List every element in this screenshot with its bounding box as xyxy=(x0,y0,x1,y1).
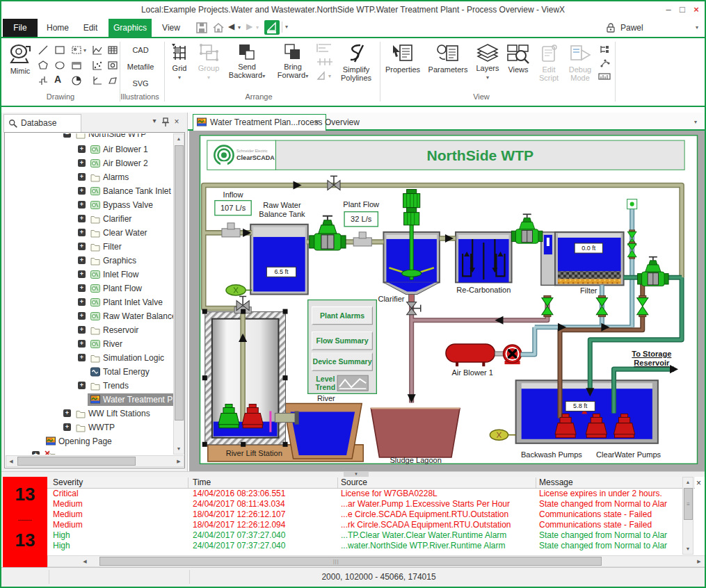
collapse-icon[interactable]: – xyxy=(63,133,71,138)
tree-item[interactable]: +River xyxy=(6,338,173,350)
back-caret-icon[interactable]: ▾ xyxy=(238,24,241,31)
scroll-left-icon[interactable]: ◀ xyxy=(80,557,90,566)
alarm-row[interactable]: High24/04/2017 07:37:27.040...water.Nort… xyxy=(47,541,695,551)
connections-icon[interactable] xyxy=(600,58,611,68)
rotate-icon[interactable] xyxy=(316,71,330,81)
user-menu-caret-icon[interactable]: ▾ xyxy=(696,24,698,31)
user-name[interactable]: Pawel xyxy=(620,23,643,33)
distribute-icon[interactable] xyxy=(316,57,334,67)
splitter-handle[interactable]: ▼ xyxy=(344,472,369,477)
mimic-drawing[interactable]: Schneider Electric ClearSCADA NorthSide … xyxy=(199,135,698,464)
animation-tool-icon[interactable] xyxy=(107,60,118,71)
tab-home[interactable]: Home xyxy=(42,19,74,37)
tree-item[interactable]: Opening Page xyxy=(6,435,173,448)
alarm-banner[interactable]: 13 13 xyxy=(3,477,47,567)
group-button[interactable]: Group ▾ xyxy=(195,43,223,82)
scroll-left-icon[interactable]: ◀ xyxy=(6,457,16,466)
expand-icon[interactable]: + xyxy=(63,423,71,431)
recarbonation-vessel[interactable] xyxy=(456,232,512,282)
tree-item[interactable]: +Raw Water Balance Ta xyxy=(6,310,173,322)
tree-item[interactable]: +Balance Tank Inlet Val xyxy=(6,185,173,197)
device-summary-button[interactable]: Device Summary xyxy=(312,353,373,370)
scroll-up-icon[interactable]: ▲ xyxy=(174,134,184,144)
image-tool-caret-icon[interactable]: ▾ xyxy=(83,47,86,54)
tree-item[interactable]: +Air Blower 2 xyxy=(6,157,173,170)
back-icon[interactable]: ◀ xyxy=(228,22,234,31)
tab-file[interactable]: File xyxy=(3,19,38,37)
forward-caret-icon[interactable]: ▾ xyxy=(256,24,259,31)
rotate-caret-icon[interactable]: ▾ xyxy=(328,73,331,79)
scroll-right-icon[interactable]: ▶ xyxy=(694,557,704,566)
image-tool-icon[interactable] xyxy=(71,44,82,56)
tab-edit[interactable]: Edit xyxy=(77,19,104,37)
save-icon[interactable] xyxy=(195,22,209,34)
expand-icon[interactable]: + xyxy=(78,284,86,292)
tree-horizontal-scrollbar[interactable]: ◀ ▶ xyxy=(6,455,184,467)
grid-button[interactable]: Grid ▾ xyxy=(167,43,192,82)
tree-item[interactable]: +Reservoir xyxy=(6,324,173,336)
filter-vessel[interactable] xyxy=(541,232,624,285)
tree-vertical-scrollbar[interactable]: ▲ ▼ xyxy=(173,133,184,455)
tree-item[interactable]: +Plant Flow xyxy=(6,282,173,295)
plant-flow-readout[interactable]: 32 L/s xyxy=(344,212,378,227)
send-backward-button[interactable]: Send Backward▾ xyxy=(225,43,268,81)
design-mode-button[interactable] xyxy=(264,20,280,35)
tree-view-icon[interactable] xyxy=(600,44,611,54)
alarm-row[interactable]: Medium24/04/2017 08:11:43.034...ar Water… xyxy=(47,499,695,509)
align-icon[interactable] xyxy=(316,43,334,53)
expand-icon[interactable]: + xyxy=(78,270,86,278)
expand-icon[interactable]: + xyxy=(78,145,86,153)
air-blower[interactable] xyxy=(446,344,522,366)
text-tool-icon[interactable]: A xyxy=(54,74,61,85)
balance-level-readout[interactable]: 6.5 ft xyxy=(266,267,296,277)
to-storage-reservoir-link[interactable]: To Storage Reservoir xyxy=(632,350,671,367)
tree-vscroll-thumb[interactable] xyxy=(175,145,184,420)
pin-icon[interactable] xyxy=(161,117,170,126)
line-tool-icon[interactable] xyxy=(38,44,49,56)
expand-icon[interactable]: + xyxy=(78,201,86,209)
ellipse-tool-icon[interactable] xyxy=(54,60,65,71)
column-time[interactable]: Time xyxy=(193,477,211,487)
alarm-row[interactable]: Medium18/04/2017 12:26:12.107...e Circle… xyxy=(47,509,695,520)
scroll-down-icon[interactable]: ▼ xyxy=(683,544,693,554)
expand-icon[interactable]: + xyxy=(78,243,86,250)
tree-hscroll-thumb[interactable] xyxy=(17,457,136,466)
tree-item[interactable]: +Bypass Valve xyxy=(6,199,173,211)
tab-view[interactable]: View xyxy=(156,19,186,37)
tab-list-caret-icon[interactable]: ▾ xyxy=(694,119,697,125)
pipe-tool-icon[interactable] xyxy=(38,75,49,86)
panel-menu-caret-icon[interactable]: ▾ xyxy=(149,117,160,124)
document-tab-close-icon[interactable]: × xyxy=(314,117,319,127)
sludge-lagoon[interactable] xyxy=(371,408,460,457)
tree-item-selected[interactable]: Water Treatment Plan xyxy=(88,393,173,406)
trend-tool-icon[interactable] xyxy=(92,44,103,56)
alarm-row[interactable]: Critical14/04/2016 08:23:06.551License f… xyxy=(47,489,695,499)
ruler-icon[interactable] xyxy=(598,72,611,81)
forward-icon[interactable]: ▶ xyxy=(246,22,252,31)
tree-item[interactable]: +WW Lift Stations xyxy=(6,407,173,420)
tree-item[interactable]: +WWTP xyxy=(6,421,173,434)
debug-mode-button[interactable]: Debug Mode xyxy=(565,43,595,82)
tree-item[interactable]: – NorthSide WTP xyxy=(6,133,173,140)
panel-splitter[interactable]: ▼ xyxy=(1,471,706,477)
polyline-tool-icon[interactable] xyxy=(107,75,118,86)
polygon-tool-icon[interactable] xyxy=(38,60,49,71)
expand-icon[interactable]: + xyxy=(78,354,86,361)
alarm-vertical-scrollbar[interactable]: ▲ ≡ ▼ xyxy=(682,477,693,555)
tree-item[interactable]: +Simulation Logic xyxy=(6,352,173,364)
scroll-down-icon[interactable]: ▼ xyxy=(174,444,184,454)
tree-item[interactable]: +Clear Water xyxy=(6,227,173,239)
expand-icon[interactable]: + xyxy=(63,409,71,417)
clarifier-mixer-motor[interactable] xyxy=(403,189,420,224)
alarm-panel-close-icon[interactable]: × xyxy=(696,478,701,488)
scatter-chart-icon[interactable] xyxy=(92,60,103,71)
home-icon[interactable] xyxy=(211,22,225,34)
tree-item[interactable]: +Inlet Flow xyxy=(6,268,173,281)
minimize-button[interactable]: – xyxy=(662,3,675,16)
close-button[interactable]: × xyxy=(690,3,703,16)
simplify-polylines-button[interactable]: Simplify Polylines xyxy=(337,43,376,82)
rectangle-tool-icon[interactable] xyxy=(54,44,65,56)
axes-tool-icon[interactable] xyxy=(92,75,103,86)
tree-item[interactable]: +Plant Inlet Valve xyxy=(6,296,173,309)
maximize-button[interactable]: □ xyxy=(676,3,689,16)
